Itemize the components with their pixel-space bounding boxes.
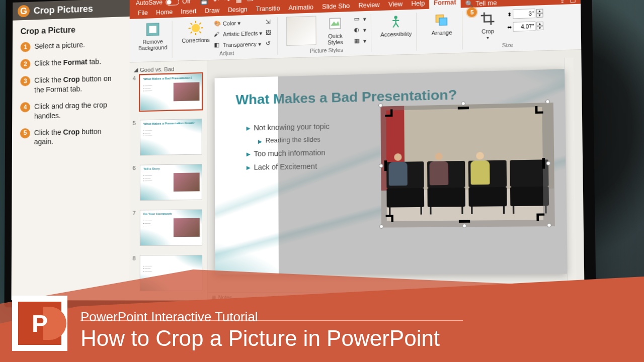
tab-file[interactable]: File (134, 8, 152, 19)
crop-handle-left[interactable] (384, 160, 387, 171)
bullet-item[interactable]: Too much information (247, 148, 330, 157)
crop-handle-right[interactable] (542, 158, 545, 168)
selection-handle-icon[interactable] (378, 103, 383, 108)
transparency-button[interactable]: ◧Transparency ▾ (214, 39, 263, 50)
banner-subtitle: PowerPoint Interactive Tutorial (80, 309, 440, 325)
thumbnail-preview[interactable]: Tell a Story • ─────• ────• ───── (140, 164, 202, 201)
slide-thumbnail[interactable]: 4 What Makes a Bad Presentation? • ─────… (133, 73, 204, 111)
thumbnail-preview[interactable]: What Makes a Bad Presentation? • ─────• … (140, 73, 202, 111)
touch-mode-icon[interactable]: ▭ (247, 0, 254, 3)
picture-layout-button[interactable]: ▦▾ (354, 36, 367, 46)
banner-title: How to Crop a Picture in PowerPoint (80, 326, 440, 351)
height-down-icon[interactable]: ▾ (537, 13, 544, 18)
width-down-icon[interactable]: ▾ (537, 26, 544, 30)
section-collapse-icon[interactable]: ◢ (134, 66, 138, 73)
group-picture-styles: Quick Styles ▭▾ ◐▾ ▦▾ Picture Styles (282, 14, 372, 55)
tab-slide sho[interactable]: Slide Sho (318, 1, 354, 13)
reset-icon: ↺ (266, 40, 273, 48)
banner-text: PowerPoint Interactive Tutorial How to C… (80, 309, 440, 351)
crop-handle-bottom-left[interactable] (386, 215, 393, 222)
crop-handle-bottom[interactable] (459, 220, 470, 222)
width-icon: ⬌ (508, 24, 512, 30)
slide-thumbnail[interactable]: 6 Tell a Story • ─────• ────• ───── (133, 164, 204, 201)
height-input[interactable] (513, 9, 535, 19)
autosave-toggle[interactable]: AutoSave Off (130, 0, 197, 7)
artistic-effects-button[interactable]: 🖌Artistic Effects ▾ (214, 29, 263, 39)
tab-home[interactable]: Home (152, 7, 177, 18)
crop-handle-top-left[interactable] (385, 109, 392, 117)
compress-icon: ⇲ (266, 18, 273, 26)
selection-handle-icon[interactable] (462, 223, 467, 228)
quick-styles-button[interactable]: Quick Styles (319, 15, 351, 46)
tutorial-body: Crop a Picture 1Select a picture.2Click … (12, 17, 130, 161)
selection-handle-icon[interactable] (379, 224, 384, 228)
slide-thumbnails-panel[interactable]: ◢ Good vs. Bad 4 What Makes a Bad Presen… (129, 60, 207, 303)
selection-handle-icon[interactable] (546, 161, 550, 165)
tutorial-step: 5Click the Crop button again. (20, 126, 121, 147)
tell-me-search[interactable]: 🔍 Tell me (465, 0, 497, 8)
remove-background-button[interactable]: Remove Background (138, 21, 168, 51)
save-icon[interactable]: 💾 (200, 0, 208, 5)
accessibility-button[interactable]: Accessibility (380, 13, 412, 38)
tutorial-step: 3Click the Crop button on the Format tab… (20, 73, 121, 95)
tab-help[interactable]: Help (407, 0, 430, 10)
bullet-item[interactable]: Not knowing your topic (247, 122, 330, 132)
from-beginning-icon[interactable]: ▦ (235, 0, 242, 4)
picture-border-button[interactable]: ▭▾ (354, 14, 367, 24)
undo-icon[interactable]: ↶ (213, 0, 219, 4)
reset-picture-button[interactable]: ↺ (266, 39, 273, 48)
step-text: Click the Format tab. (34, 57, 101, 69)
tab-animatio[interactable]: Animatio (284, 2, 318, 14)
section-name: Good vs. Bad (140, 66, 174, 73)
selection-handle-icon[interactable] (547, 223, 551, 227)
tutorial-header-title: Crop Pictures (34, 4, 93, 16)
slide-bullets[interactable]: Not knowing your topicReading the slides… (247, 122, 330, 176)
color-button[interactable]: 🎨Color ▾ (214, 18, 263, 29)
bullet-item[interactable]: Lack of Excitement (247, 161, 330, 171)
group-adjust: Corrections 🎨Color ▾ 🖌Artistic Effects ▾… (177, 17, 278, 58)
change-picture-button[interactable]: 🖼 (266, 28, 273, 38)
step-number-badge: 3 (20, 76, 30, 86)
redo-icon[interactable]: ↷ (224, 0, 230, 4)
picture-with-crop[interactable] (386, 107, 543, 221)
crop-handles (386, 107, 543, 221)
crop-handle-bottom-right[interactable] (536, 213, 544, 221)
slide-thumbnail[interactable]: 5 What Makes a Presentation Good? • ────… (133, 119, 204, 156)
tab-transitio[interactable]: Transitio (252, 3, 284, 15)
search-icon: 🔍 (465, 0, 473, 8)
tab-insert[interactable]: Insert (177, 6, 201, 18)
tab-view[interactable]: View (384, 0, 407, 11)
tab-design[interactable]: Design (223, 4, 252, 16)
slide-thumbnail[interactable]: 7 Do Your Homework • ─────• ────• ───── (132, 209, 204, 246)
picture-effects-button[interactable]: ◐▾ (354, 25, 367, 35)
change-picture-icon: 🖼 (266, 29, 273, 37)
selection-handle-icon[interactable] (545, 99, 550, 104)
tab-review[interactable]: Review (354, 0, 384, 12)
tutorial-panel: G Crop Pictures Crop a Picture 1Select a… (11, 0, 129, 301)
svg-point-12 (394, 16, 398, 19)
arrange-button[interactable]: Arrange (426, 11, 458, 36)
width-input[interactable] (513, 21, 536, 31)
thumbnail-preview[interactable]: Do Your Homework • ─────• ────• ───── (140, 209, 202, 246)
compress-pictures-button[interactable]: ⇲ (266, 17, 273, 27)
crop-button[interactable]: 5 Crop ▾ (471, 10, 504, 41)
canvas-scroll[interactable]: What Makes a Bad Presentation? Not knowi… (207, 50, 585, 292)
corrections-button[interactable]: Corrections (181, 20, 211, 44)
picture-layout-icon: ▦ (354, 37, 362, 45)
tutorial-step: 1Select a picture. (21, 39, 122, 52)
slide-canvas[interactable]: What Makes a Bad Presentation? Not knowi… (215, 69, 567, 275)
crop-handle-top[interactable] (458, 106, 469, 109)
size-group-label: Size (502, 41, 513, 48)
thumbnail-number: 4 (133, 75, 138, 111)
bullet-item[interactable]: Reading the slides (258, 135, 330, 144)
style-gallery[interactable] (286, 16, 316, 46)
tutorial-step: 4Click and drag the crop handles. (20, 100, 121, 122)
tab-draw[interactable]: Draw (201, 5, 224, 17)
transparency-icon: ◧ (214, 42, 221, 49)
crop-dropdown-icon[interactable]: ▾ (487, 36, 490, 41)
crop-handle-top-right[interactable] (535, 106, 543, 113)
thumbnail-preview[interactable]: What Makes a Presentation Good? • ─────•… (140, 119, 202, 156)
accessibility-icon (387, 13, 405, 30)
svg-rect-1 (149, 26, 156, 33)
toggle-switch-icon[interactable] (166, 0, 179, 6)
